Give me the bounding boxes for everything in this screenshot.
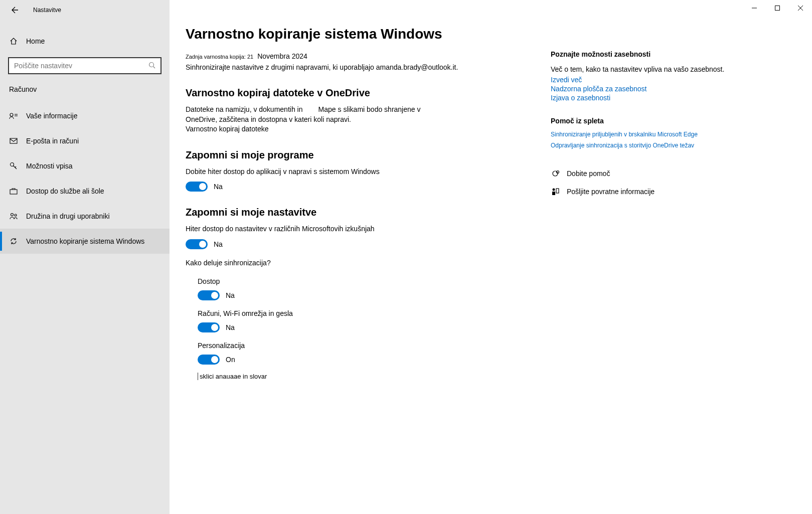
- key-icon: [9, 162, 18, 170]
- sub-setting-label: Personalizacija: [198, 341, 535, 350]
- web-help-block: Pomoč iz spleta Sinhroniziranje priljubl…: [551, 117, 766, 149]
- search-icon: [148, 62, 156, 70]
- sidebar-item-email-accounts[interactable]: E-pošta in računi: [0, 128, 170, 153]
- apps-toggle-label: Na: [214, 183, 223, 191]
- settings-toggle-row: Na: [186, 239, 535, 249]
- svg-point-2: [10, 113, 13, 116]
- settings-toggle-label: Na: [214, 240, 223, 248]
- back-button[interactable]: [9, 4, 21, 16]
- mail-icon: [9, 137, 18, 144]
- nav-home[interactable]: Home: [0, 31, 170, 51]
- sync-icon: [9, 237, 18, 245]
- minimize-button[interactable]: [743, 0, 766, 16]
- svg-rect-5: [10, 138, 17, 143]
- privacy-dashboard-link[interactable]: Nadzorna plošča za zasebnost: [551, 85, 766, 93]
- svg-point-6: [11, 163, 14, 166]
- sidebar: Nastavitve Home Računov Vaše informacije…: [0, 0, 170, 514]
- how-sync-works-link[interactable]: Kako deluje sinhronizacija?: [186, 258, 456, 268]
- sync-description: Sinhronizirajte nastavitve z drugimi nap…: [186, 63, 535, 71]
- privacy-description: Več o tem, kako ta nastavitev vpliva na …: [551, 64, 766, 75]
- feedback-icon: [551, 187, 560, 196]
- svg-rect-20: [556, 189, 559, 193]
- sidebar-item-label: Dostop do službe ali šole: [26, 187, 104, 195]
- accounts-wifi-toggle-label: Na: [226, 323, 235, 331]
- svg-point-0: [149, 63, 154, 67]
- get-help-label: Dobite pomoč: [567, 169, 610, 178]
- settings-description: Hiter dostop do nastavitev v različnih M…: [186, 224, 456, 234]
- nav-home-label: Home: [26, 37, 45, 45]
- home-icon: [9, 37, 18, 45]
- apps-title: Zapomni si moje programe: [186, 149, 535, 161]
- app-title: Nastavitve: [33, 7, 61, 14]
- nav-list: Vaše informacije E-pošta in računi Možno…: [0, 103, 170, 254]
- onedrive-troubleshoot-link[interactable]: Odpravljanje sinhronizacija s storitvijo…: [551, 142, 766, 149]
- access-toggle[interactable]: [198, 290, 220, 300]
- last-backup-label: Zadnja varnostna kopija: 21: [186, 54, 253, 60]
- svg-line-8: [15, 166, 16, 167]
- sub-setting-personalization: Personalizacija On: [198, 341, 535, 365]
- sub-settings: Dostop Na Računi, Wi-Fi omrežja in gesla…: [198, 277, 535, 365]
- privacy-statement-link[interactable]: Izjava o zasebnosti: [551, 94, 766, 102]
- settings-title: Zapomni si moje nastavitve: [186, 207, 535, 218]
- sidebar-item-your-info[interactable]: Vaše informacije: [0, 103, 170, 128]
- main: Varnostno kopiranje sistema Windows Zadn…: [170, 0, 812, 514]
- sub-setting-label: Računi, Wi-Fi omrežja in gesla: [198, 309, 535, 317]
- titlebar: Nastavitve: [0, 0, 170, 20]
- support-block: Dobite pomoč Pošljite povratne informaci…: [551, 169, 766, 196]
- last-backup-value: Novembra 2024: [257, 52, 307, 60]
- svg-point-10: [11, 214, 14, 216]
- people-icon: [9, 213, 18, 220]
- sidebar-item-label: Varnostno kopiranje sistema Windows: [26, 237, 144, 245]
- accounts-wifi-toggle[interactable]: [198, 322, 220, 332]
- onedrive-title: Varnostno kopiraj datoteke v OneDrive: [186, 87, 535, 99]
- briefcase-icon: [9, 188, 18, 195]
- learn-more-link[interactable]: Izvedi več: [551, 76, 766, 84]
- personalization-toggle[interactable]: [198, 355, 220, 365]
- sidebar-item-label: Možnosti vpisa: [26, 162, 73, 170]
- minimize-icon: [752, 6, 757, 11]
- svg-rect-13: [775, 6, 780, 11]
- personalization-toggle-label: On: [226, 356, 235, 364]
- maximize-icon: [775, 6, 780, 11]
- svg-line-1: [153, 67, 155, 69]
- dictionary-line: sklici anauaae in slovar: [198, 373, 535, 380]
- sidebar-item-family[interactable]: Družina in drugi uporabniki: [0, 204, 170, 229]
- sidebar-item-label: Vaše informacije: [26, 112, 77, 120]
- apps-toggle[interactable]: [186, 182, 208, 192]
- svg-point-18: [553, 189, 555, 191]
- sidebar-item-label: Družina in drugi uporabniki: [26, 212, 110, 220]
- content: Varnostno kopiranje sistema Windows Zadn…: [170, 0, 551, 514]
- privacy-block: Poznajte možnosti zasebnosti Več o tem, …: [551, 50, 766, 102]
- onedrive-description: Datoteke na namizju, v dokumentih in Map…: [186, 105, 456, 134]
- sub-setting-label: Dostop: [198, 277, 535, 285]
- sidebar-section-label: Računov: [0, 74, 170, 97]
- svg-point-16: [553, 171, 558, 176]
- sidebar-item-windows-backup[interactable]: Varnostno kopiranje sistema Windows: [0, 229, 170, 254]
- apps-toggle-row: Na: [186, 182, 535, 192]
- window-controls: [743, 0, 812, 16]
- sidebar-item-signin-options[interactable]: Možnosti vpisa: [0, 153, 170, 179]
- person-card-icon: [9, 112, 18, 120]
- search-box[interactable]: [8, 57, 161, 74]
- privacy-title: Poznajte možnosti zasebnosti: [551, 50, 766, 58]
- web-help-title: Pomoč iz spleta: [551, 117, 766, 125]
- get-help-link[interactable]: Dobite pomoč: [551, 169, 766, 178]
- sub-setting-accounts-wifi: Računi, Wi-Fi omrežja in gesla Na: [198, 309, 535, 332]
- sidebar-item-work-school[interactable]: Dostop do službe ali šole: [0, 179, 170, 204]
- settings-toggle[interactable]: [186, 239, 208, 249]
- right-panel: Poznajte možnosti zasebnosti Več o tem, …: [551, 0, 776, 514]
- onedrive-backup-link[interactable]: Varnostno kopiraj datoteke: [186, 125, 269, 133]
- close-icon: [798, 6, 803, 11]
- feedback-label: Pošljite povratne informacije: [567, 188, 655, 196]
- sub-setting-access: Dostop Na: [198, 277, 535, 300]
- apps-description: Dobite hiter dostop do aplikacij v napra…: [186, 167, 456, 177]
- search-input[interactable]: [14, 62, 148, 70]
- maximize-button[interactable]: [766, 0, 789, 16]
- feedback-link[interactable]: Pošljite povratne informacije: [551, 187, 766, 196]
- access-toggle-label: Na: [226, 291, 235, 299]
- svg-point-11: [15, 214, 17, 216]
- edge-sync-help-link[interactable]: Sinhroniziranje priljubljenih v brskalni…: [551, 131, 766, 138]
- close-button[interactable]: [789, 0, 812, 16]
- help-icon: [551, 169, 560, 178]
- page-title: Varnostno kopiranje sistema Windows: [186, 26, 535, 42]
